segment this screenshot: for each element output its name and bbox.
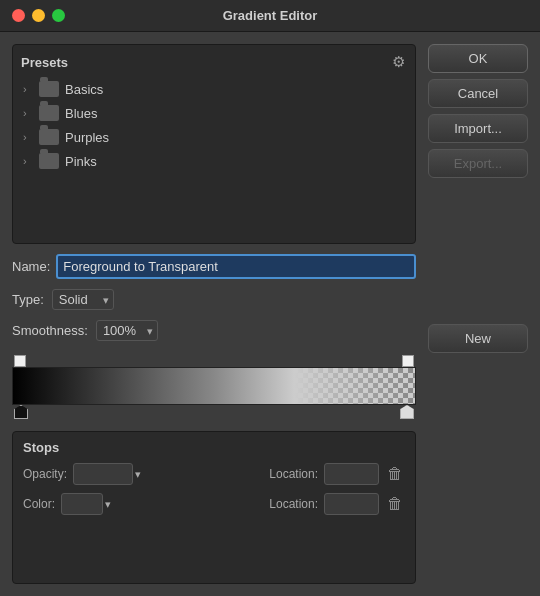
type-select-wrapper: Solid Noise <box>52 289 114 310</box>
minimize-button[interactable] <box>32 9 45 22</box>
preset-item-purples[interactable]: › Purples <box>21 125 407 149</box>
name-label: Name: <box>12 259 50 274</box>
folder-icon-purples <box>39 129 59 145</box>
color-location-group: Location: 🗑 <box>269 493 405 515</box>
smoothness-select[interactable]: 100% 75% 50% 25% <box>96 320 158 341</box>
title-bar: Gradient Editor <box>0 0 540 32</box>
color-location-input[interactable] <box>324 493 379 515</box>
ok-button[interactable]: OK <box>428 44 528 73</box>
preset-label-basics: Basics <box>65 82 103 97</box>
opacity-stop-left[interactable] <box>14 355 26 367</box>
opacity-stop-left-group: Opacity: ▾ <box>23 463 141 485</box>
stops-section: Stops Opacity: ▾ Location: 🗑 <box>12 431 416 584</box>
color-field-label: Color: <box>23 497 55 511</box>
type-label: Type: <box>12 292 44 307</box>
color-stops-row <box>12 405 416 421</box>
color-stop-left-group: Color: ▾ <box>23 493 111 515</box>
name-input[interactable] <box>56 254 416 279</box>
type-select[interactable]: Solid Noise <box>52 289 114 310</box>
presets-title: Presets <box>21 55 68 70</box>
color-stop-right[interactable] <box>400 405 414 419</box>
opacity-swatch-dropdown: ▾ <box>73 463 141 485</box>
import-button[interactable]: Import... <box>428 114 528 143</box>
color-stop-row: Color: ▾ Location: 🗑 <box>23 493 405 515</box>
preset-label-blues: Blues <box>65 106 98 121</box>
preset-item-basics[interactable]: › Basics <box>21 77 407 101</box>
presets-header: Presets ⚙ <box>21 53 407 71</box>
color-stop-left[interactable] <box>14 405 28 419</box>
window-title: Gradient Editor <box>223 8 318 23</box>
opacity-stop-row: Opacity: ▾ Location: 🗑 <box>23 463 405 485</box>
opacity-delete-button[interactable]: 🗑 <box>385 465 405 483</box>
color-delete-button[interactable]: 🗑 <box>385 495 405 513</box>
preset-item-blues[interactable]: › Blues <box>21 101 407 125</box>
folder-icon-blues <box>39 105 59 121</box>
opacity-stops-row <box>12 351 416 367</box>
color-chevron-icon[interactable]: ▾ <box>105 498 111 511</box>
new-button[interactable]: New <box>428 324 528 353</box>
gradient-bar[interactable] <box>12 367 416 405</box>
opacity-location-group: Location: 🗑 <box>269 463 405 485</box>
smoothness-select-wrapper: 100% 75% 50% 25% <box>96 320 158 341</box>
folder-icon-pinks <box>39 153 59 169</box>
stops-title: Stops <box>23 440 405 455</box>
opacity-stop-right[interactable] <box>402 355 414 367</box>
opacity-field-label: Opacity: <box>23 467 67 481</box>
maximize-button[interactable] <box>52 9 65 22</box>
opacity-location-label: Location: <box>269 467 318 481</box>
opacity-location-input[interactable] <box>324 463 379 485</box>
gear-button[interactable]: ⚙ <box>390 53 407 71</box>
color-swatch-dropdown: ▾ <box>61 493 111 515</box>
name-row: Name: <box>12 254 416 279</box>
chevron-icon: › <box>23 83 33 95</box>
color-location-label: Location: <box>269 497 318 511</box>
smoothness-label: Smoothness: <box>12 323 88 338</box>
chevron-icon: › <box>23 155 33 167</box>
preset-label-pinks: Pinks <box>65 154 97 169</box>
preset-label-purples: Purples <box>65 130 109 145</box>
main-container: Presets ⚙ › Basics › Blues › Purples <box>0 32 540 596</box>
right-panel: OK Cancel Import... Export... New <box>428 44 528 584</box>
cancel-button[interactable]: Cancel <box>428 79 528 108</box>
opacity-input-box[interactable] <box>73 463 133 485</box>
window-controls <box>12 9 65 22</box>
preset-item-pinks[interactable]: › Pinks <box>21 149 407 173</box>
color-swatch[interactable] <box>61 493 103 515</box>
presets-section: Presets ⚙ › Basics › Blues › Purples <box>12 44 416 244</box>
type-row: Type: Solid Noise <box>12 289 416 310</box>
folder-icon-basics <box>39 81 59 97</box>
gradient-area <box>12 351 416 421</box>
chevron-icon: › <box>23 107 33 119</box>
opacity-chevron-icon[interactable]: ▾ <box>135 468 141 481</box>
left-panel: Presets ⚙ › Basics › Blues › Purples <box>12 44 416 584</box>
presets-list[interactable]: › Basics › Blues › Purples › <box>21 77 407 235</box>
export-button[interactable]: Export... <box>428 149 528 178</box>
chevron-icon: › <box>23 131 33 143</box>
smoothness-row: Smoothness: 100% 75% 50% 25% <box>12 320 416 341</box>
close-button[interactable] <box>12 9 25 22</box>
